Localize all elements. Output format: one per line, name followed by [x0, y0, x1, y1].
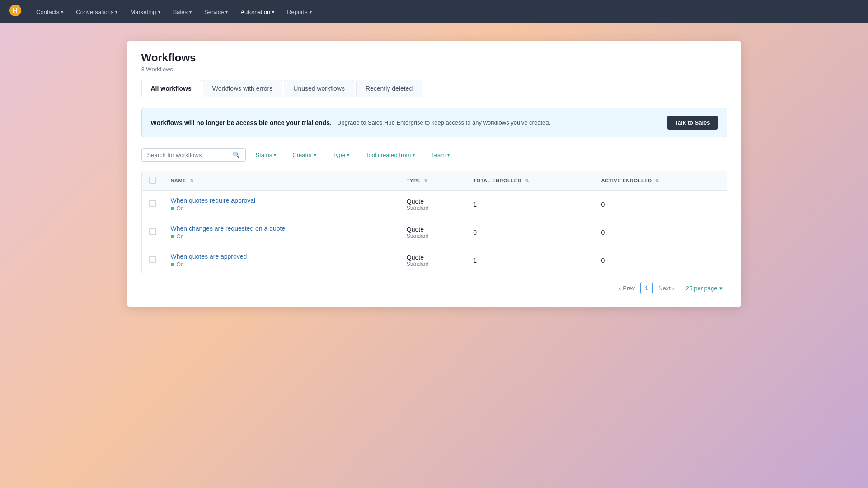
- row-total-enrolled-cell: 1: [466, 246, 594, 274]
- svg-text:H: H: [12, 7, 18, 14]
- row-checkbox-cell[interactable]: [142, 191, 164, 218]
- nav-marketing[interactable]: Marketing ▾: [125, 6, 165, 18]
- nav-contacts[interactable]: Contacts ▾: [31, 6, 69, 18]
- table-row: When quotes require approval On Quote St…: [142, 191, 727, 218]
- status-dot-icon: [171, 263, 174, 266]
- prev-page-button[interactable]: Prev: [615, 283, 638, 293]
- tab-workflows-with-errors[interactable]: Workflows with errors: [203, 80, 282, 97]
- row-name-cell: When quotes are approved On: [164, 246, 399, 274]
- nav-conversations[interactable]: Conversations ▾: [70, 6, 123, 18]
- row-type-cell: Quote Standard: [399, 191, 466, 218]
- workflow-status: On: [171, 261, 392, 268]
- pagination: Prev 1 Next 25 per page ▾: [141, 274, 727, 296]
- type-sub: Standard: [407, 261, 459, 267]
- tool-created-from-filter[interactable]: Tool created from ▾: [359, 149, 421, 161]
- row-name-cell: When quotes require approval On: [164, 191, 399, 218]
- active-enrolled-value: 0: [601, 201, 605, 208]
- creator-filter[interactable]: Creator ▾: [286, 149, 322, 161]
- search-input[interactable]: [147, 152, 229, 158]
- chevron-down-icon: ▾: [274, 153, 276, 158]
- page-header: Workflows 3 Workflows All workflows Work…: [127, 41, 741, 97]
- team-filter[interactable]: Team ▾: [425, 149, 456, 161]
- nav-reports[interactable]: Reports ▾: [282, 6, 317, 18]
- type-main: Quote: [407, 226, 459, 233]
- status-label: On: [177, 233, 184, 240]
- total-enrolled-value: 1: [473, 257, 477, 264]
- nav-service[interactable]: Service ▾: [199, 6, 233, 18]
- trial-banner: Workflows will no longer be accessible o…: [141, 108, 727, 137]
- row-active-enrolled-cell: 0: [594, 191, 726, 218]
- row-checkbox[interactable]: [149, 200, 156, 207]
- row-checkbox-cell[interactable]: [142, 218, 164, 246]
- workflow-name-link[interactable]: When quotes require approval: [171, 197, 256, 204]
- chevron-down-icon: ▾: [314, 153, 316, 158]
- type-column-header[interactable]: TYPE ⇅: [399, 171, 466, 191]
- chevron-down-icon: ▾: [310, 9, 312, 14]
- search-box[interactable]: 🔍: [141, 148, 246, 162]
- row-checkbox[interactable]: [149, 228, 156, 235]
- type-filter[interactable]: Type ▾: [326, 149, 356, 161]
- banner-desc-text: Upgrade to Sales Hub Enterprise to keep …: [337, 119, 550, 126]
- chevron-left-icon: [619, 285, 621, 292]
- sort-icon: ⇅: [655, 178, 659, 183]
- chevron-down-icon: ▾: [225, 9, 228, 14]
- chevron-down-icon: ▾: [61, 9, 63, 14]
- next-page-button[interactable]: Next: [655, 283, 678, 293]
- table-row: When changes are requested on a quote On…: [142, 218, 727, 246]
- banner-bold-text: Workflows will no longer be accessible o…: [151, 119, 332, 126]
- page-subtitle: 3 Workflows: [141, 66, 727, 73]
- main-container: Workflows 3 Workflows All workflows Work…: [127, 41, 741, 307]
- chevron-down-icon: ▾: [158, 9, 160, 14]
- row-checkbox[interactable]: [149, 256, 156, 263]
- chevron-right-icon: [672, 285, 674, 292]
- tab-recently-deleted[interactable]: Recently deleted: [356, 80, 422, 97]
- workflow-status: On: [171, 233, 392, 240]
- page-nav: Prev 1 Next: [615, 282, 678, 294]
- status-dot-icon: [171, 207, 174, 210]
- total-enrolled-value: 1: [473, 201, 477, 208]
- workflows-table: NAME ⇅ TYPE ⇅ TOTAL ENROLLED ⇅ ACTIVE: [142, 171, 727, 274]
- search-icon: 🔍: [232, 151, 240, 158]
- status-filter[interactable]: Status ▾: [249, 149, 283, 161]
- row-name-cell: When changes are requested on a quote On: [164, 218, 399, 246]
- per-page-selector[interactable]: 25 per page ▾: [681, 283, 727, 293]
- table-body: When quotes require approval On Quote St…: [142, 191, 727, 274]
- talk-to-sales-button[interactable]: Talk to Sales: [667, 116, 718, 130]
- nav-automation[interactable]: Automation ▾: [235, 6, 280, 18]
- table-row: When quotes are approved On Quote Standa…: [142, 246, 727, 274]
- banner-text: Workflows will no longer be accessible o…: [151, 119, 551, 126]
- nav-sales[interactable]: Sales ▾: [168, 6, 197, 18]
- status-label: On: [177, 261, 184, 268]
- sort-icon: ⇅: [424, 178, 428, 183]
- row-checkbox-cell[interactable]: [142, 246, 164, 274]
- chevron-down-icon: ▾: [719, 285, 723, 292]
- type-sub: Standard: [407, 205, 459, 211]
- workflow-status: On: [171, 205, 392, 212]
- navbar: H Contacts ▾ Conversations ▾ Marketing ▾…: [0, 0, 868, 23]
- active-enrolled-value: 0: [601, 229, 605, 236]
- active-enrolled-column-header[interactable]: ACTIVE ENROLLED ⇅: [594, 171, 726, 191]
- name-column-header[interactable]: NAME ⇅: [164, 171, 399, 191]
- type-main: Quote: [407, 198, 459, 205]
- total-enrolled-value: 0: [473, 229, 477, 236]
- select-all-checkbox[interactable]: [149, 177, 156, 184]
- chevron-down-icon: ▾: [272, 9, 274, 14]
- status-dot-icon: [171, 235, 174, 238]
- current-page-number: 1: [640, 282, 653, 294]
- type-sub: Standard: [407, 233, 459, 239]
- chevron-down-icon: ▾: [115, 9, 117, 14]
- chevron-down-icon: ▾: [447, 153, 450, 158]
- chevron-down-icon: ▾: [413, 153, 415, 158]
- workflows-table-wrapper: NAME ⇅ TYPE ⇅ TOTAL ENROLLED ⇅ ACTIVE: [141, 171, 727, 274]
- row-total-enrolled-cell: 0: [466, 218, 594, 246]
- table-header: NAME ⇅ TYPE ⇅ TOTAL ENROLLED ⇅ ACTIVE: [142, 171, 727, 191]
- chevron-down-icon: ▾: [189, 9, 192, 14]
- select-all-header[interactable]: [142, 171, 164, 191]
- tab-all-workflows[interactable]: All workflows: [141, 80, 201, 97]
- tabs-container: All workflows Workflows with errors Unus…: [141, 80, 727, 97]
- row-active-enrolled-cell: 0: [594, 218, 726, 246]
- workflow-name-link[interactable]: When quotes are approved: [171, 253, 247, 260]
- total-enrolled-column-header[interactable]: TOTAL ENROLLED ⇅: [466, 171, 594, 191]
- tab-unused-workflows[interactable]: Unused workflows: [284, 80, 354, 97]
- workflow-name-link[interactable]: When changes are requested on a quote: [171, 225, 286, 232]
